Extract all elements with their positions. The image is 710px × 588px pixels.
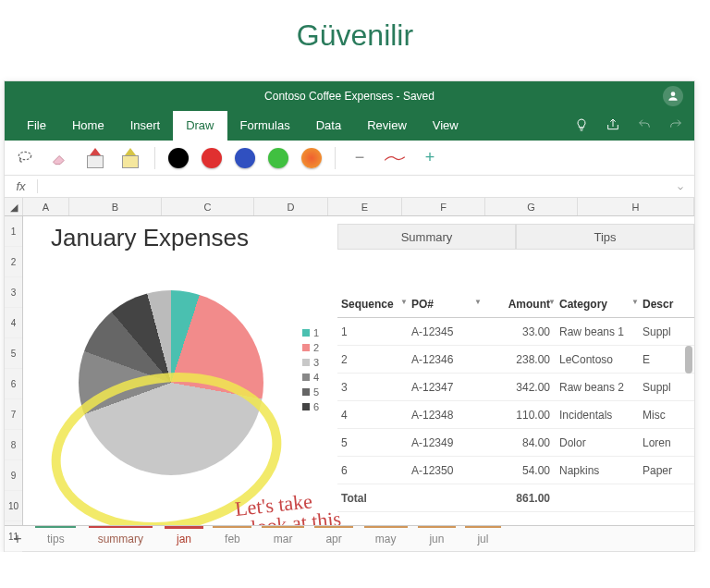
ribbon-tabs: File Home Insert Draw Formulas Data Revi… [5,111,694,141]
tab-review[interactable]: Review [354,111,420,141]
th-descr[interactable]: Descr [643,298,694,311]
color-green[interactable] [268,148,288,168]
share-icon[interactable] [606,117,620,135]
title-bar: Contoso Coffee Expenses - Saved [5,81,694,111]
tab-formulas[interactable]: Formulas [227,111,303,141]
row-header[interactable]: 5 [5,338,22,369]
formula-expand-icon[interactable]: ⌵ [667,181,694,191]
lightbulb-icon[interactable] [574,117,589,135]
pivot-tab-summary[interactable]: Summary [337,224,516,250]
col-header[interactable]: B [69,198,162,215]
color-black[interactable] [168,148,189,168]
pivot-tabs: Summary Tips [337,224,694,250]
draw-toolbar: − + [5,141,694,176]
tab-data[interactable]: Data [303,111,354,141]
table-row[interactable]: 1A-1234533.00Raw beans 1Suppl [337,318,694,346]
sheet-tab-jan[interactable]: jan [160,526,208,551]
user-avatar[interactable] [663,86,683,106]
scrollbar-thumb[interactable] [685,346,692,374]
ribbon-right-actions [574,117,683,135]
lasso-tool[interactable] [14,147,36,169]
divider [335,147,336,169]
row-header[interactable]: 3 [5,277,22,308]
chart-title: January Expenses [51,224,249,252]
page-heading: Güvenilir [0,0,710,80]
tab-file[interactable]: File [14,111,59,141]
eraser-tool[interactable] [49,147,71,169]
fx-label: fx [5,179,38,193]
row-header[interactable]: 1 [5,216,22,247]
th-amount[interactable]: Amount▼ [485,298,559,311]
content-area[interactable]: January Expenses Summary Tips 1 2 3 4 5 … [23,216,694,525]
row-header[interactable]: 9 [5,460,22,491]
highlighter-yellow[interactable] [119,147,141,169]
th-category[interactable]: Category▼ [559,298,643,311]
sheet-tab-jun[interactable]: jun [412,526,460,551]
col-header[interactable]: G [485,198,578,215]
formula-bar: fx ⌵ [5,176,694,198]
stroke-preview [384,147,406,169]
row-header[interactable]: 10 [5,491,22,521]
thick-stroke[interactable]: + [419,147,441,169]
sheet-tab-summary[interactable]: summary [81,526,160,551]
pie-chart[interactable]: 1 2 3 4 5 6 Let's take a look at this [42,272,319,512]
color-blue[interactable] [235,148,255,168]
sheet-tab-jul[interactable]: jul [460,526,505,551]
svg-point-1 [18,152,31,159]
col-header[interactable]: D [254,198,328,215]
table-total-row: Total861.00 [337,484,694,512]
pivot-tab-tips[interactable]: Tips [516,224,694,250]
th-po[interactable]: PO#▼ [411,298,485,311]
thin-stroke[interactable]: − [349,147,371,169]
row-header[interactable]: 7 [5,399,22,430]
ink-annotation-text: Let's take a look at this [234,488,342,525]
redo-icon[interactable] [668,117,683,135]
pie-graphic [79,290,263,475]
tab-view[interactable]: View [420,111,471,141]
divider [154,147,155,169]
column-headers: ◢ A B C D E F G H [5,198,694,216]
row-header[interactable]: 6 [5,369,22,399]
window-title: Contoso Coffee Expenses - Saved [264,90,435,103]
pen-red[interactable] [84,147,106,169]
table-row[interactable]: 5A-1234984.00DolorLoren [337,429,694,457]
col-header[interactable]: F [402,198,485,215]
undo-icon[interactable] [637,117,652,135]
row-header[interactable]: 4 [5,308,22,338]
row-header[interactable]: 2 [5,247,22,277]
color-orange[interactable] [301,148,322,168]
tab-draw[interactable]: Draw [173,111,226,141]
row-header[interactable]: 8 [5,430,22,460]
excel-window: Contoso Coffee Expenses - Saved File Hom… [4,80,695,552]
table-row[interactable]: 2A-12346238.00LeContosoE [337,346,694,374]
row-headers: 1 2 3 4 5 6 7 8 9 10 11 [5,216,23,525]
tab-home[interactable]: Home [59,111,117,141]
col-header[interactable]: E [328,198,402,215]
col-header[interactable]: H [578,198,694,215]
sheet-tab-apr[interactable]: apr [309,526,358,551]
sheet-tab-mar[interactable]: mar [257,526,310,551]
sheet-tab-may[interactable]: may [359,526,413,551]
worksheet-area: 1 2 3 4 5 6 7 8 9 10 11 January Expenses… [5,216,694,525]
th-sequence[interactable]: Sequence▼ [337,298,411,311]
col-header[interactable]: A [23,198,69,215]
sheet-tab-feb[interactable]: feb [208,526,257,551]
table-row[interactable]: 3A-12347342.00Raw beans 2Suppl [337,374,694,401]
color-red[interactable] [202,148,222,168]
row-header[interactable]: 11 [5,521,22,552]
sheet-tabs: + tips summary jan feb mar apr may jun j… [5,525,694,551]
table-row[interactable]: 4A-12348110.00IncidentalsMisc [337,401,694,429]
pie-legend: 1 2 3 4 5 6 [302,327,319,416]
select-all-corner[interactable]: ◢ [5,198,23,215]
expenses-table: Sequence▼ PO#▼ Amount▼ Category▼ Descr 1… [337,290,694,512]
sheet-tab-tips[interactable]: tips [31,526,81,551]
tab-insert[interactable]: Insert [117,111,174,141]
svg-point-0 [671,92,676,96]
table-row[interactable]: 6A-1235054.00NapkinsPaper [337,457,694,484]
col-header[interactable]: C [162,198,254,215]
